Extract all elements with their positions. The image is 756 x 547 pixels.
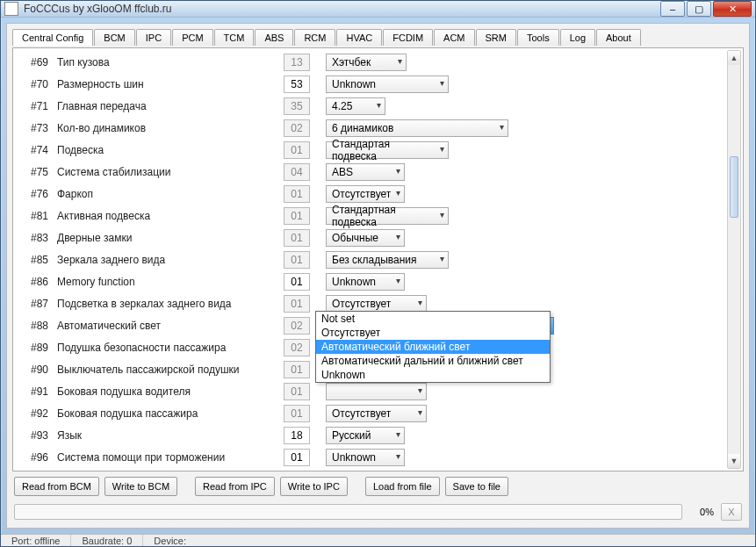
dropdown-item[interactable]: Unknown [316,368,550,382]
config-row: #91Боковая подушка водителя [17,381,727,401]
dropdown-item[interactable]: Автоматический дальний и ближний свет [316,354,550,368]
row-select[interactable]: Unknown [326,76,449,93]
row-select[interactable]: Обычные [326,229,405,247]
tab-ipc[interactable]: IPC [136,29,171,46]
row-value-input [284,405,310,422]
row-value-input [284,251,310,269]
tab-log[interactable]: Log [560,29,595,46]
statusbar: Port: offline Baudrate: 0 Device: [1,534,755,546]
tab-rcm[interactable]: RCM [294,29,335,46]
row-select[interactable]: Хэтчбек [326,54,407,71]
row-index: #87 [17,298,52,310]
row-select[interactable]: Без складывания [326,251,449,269]
row-select[interactable]: Отсутствует [326,295,427,313]
row-label: Система стабилизации [57,166,278,178]
row-label: Зеркала заднего вида [57,254,278,266]
tab-abs[interactable]: ABS [255,29,293,46]
row-value-input [284,185,310,203]
row-value-input [284,295,310,313]
cancel-progress-button[interactable]: X [721,503,742,521]
row-select[interactable]: ABS [326,163,405,181]
action-button-row: Read from BCM Write to BCM Read from IPC… [12,471,744,498]
row-index: #90 [17,363,52,376]
row-index: #81 [17,210,52,222]
row-value-input [284,97,310,115]
tab-bcm[interactable]: BCM [94,29,134,46]
tab-tools[interactable]: Tools [517,29,559,46]
row-value-input[interactable] [284,273,310,291]
row-index: #76 [17,188,52,200]
row-label: Автоматический свет [57,320,278,332]
dropdown-item[interactable]: Автоматический ближний свет [316,340,550,354]
read-from-bcm-button[interactable]: Read from BCM [14,477,99,496]
row-select[interactable]: Стандартная подвеска [326,207,449,225]
minimize-button[interactable]: – [660,1,685,17]
row-index: #69 [17,56,52,68]
row-select[interactable]: Русский [326,427,405,444]
save-to-file-button[interactable]: Save to file [445,477,508,496]
tabbar: Central ConfigBCMIPCPCMTCMABSRCMHVACFCDI… [12,29,744,46]
row-label: Подушка безопасности пассажира [57,342,278,354]
scroll-up-icon[interactable]: ▲ [728,51,740,65]
tab-pcm[interactable]: PCM [172,29,212,46]
row-select[interactable]: Unknown [326,449,405,466]
tab-about[interactable]: About [596,29,641,46]
row-value-input [284,339,310,356]
row-label: Дверные замки [57,232,278,244]
tab-fcdim[interactable]: FCDIM [383,29,433,46]
tab-tcm[interactable]: TCM [214,29,255,46]
scroll-thumb[interactable] [730,156,738,218]
titlebar: FoCCCus by xGlooOM ffclub.ru – ▢ ✕ [1,1,755,18]
window-title: FoCCCus by xGlooOM ffclub.ru [24,3,659,15]
row-select[interactable] [326,383,427,400]
close-button[interactable]: ✕ [713,1,752,17]
row-label: Язык [57,429,278,442]
row-value-input [284,54,310,71]
dropdown-popup[interactable]: Not setОтсутствуетАвтоматический ближний… [315,311,551,383]
load-from-file-button[interactable]: Load from file [365,477,440,496]
config-row: #83Дверные замкиОбычные [17,227,727,248]
config-row: #69Тип кузоваХэтчбек [17,52,727,72]
row-index: #92 [17,407,52,420]
row-label: Главная передача [57,100,278,112]
tab-central-config[interactable]: Central Config [12,29,93,46]
row-label: Выключатель пассажирской подушки [57,363,278,376]
dropdown-item[interactable]: Not set [316,312,550,326]
dropdown-item[interactable]: Отсутствует [316,326,550,340]
row-select[interactable]: Стандартая подвеска [326,141,449,159]
row-index: #86 [17,276,52,288]
tab-hvac[interactable]: HVAC [336,29,382,46]
scroll-down-icon[interactable]: ▼ [728,454,740,468]
config-row: #81Активная подвескаСтандартная подвеска [17,205,727,226]
row-select[interactable]: Отсутствует [326,405,427,422]
config-row: #96Система помощи при торможенииUnknown [17,447,727,467]
row-value-input [284,119,310,137]
config-row: #74ПодвескаСтандартая подвеска [17,140,727,160]
row-value-input[interactable] [284,427,310,444]
row-index: #74 [17,144,52,156]
status-device: Device: [143,535,197,546]
row-label: Активная подвеска [57,210,278,222]
row-select[interactable]: 6 динамиков [326,119,508,137]
tab-srm[interactable]: SRM [476,29,516,46]
row-value-input [284,207,310,225]
write-to-bcm-button[interactable]: Write to BCM [104,477,177,496]
config-row: #92Боковая подушка пассажираОтсутствует [17,403,727,423]
row-index: #88 [17,320,52,332]
row-index: #91 [17,385,52,398]
tab-acm[interactable]: ACM [434,29,474,46]
row-value-input [284,317,310,335]
row-select[interactable]: Unknown [326,273,405,291]
row-value-input[interactable] [284,449,310,466]
maximize-button[interactable]: ▢ [687,1,711,17]
read-from-ipc-button[interactable]: Read from IPC [195,477,275,496]
row-index: #71 [17,100,52,112]
vertical-scrollbar[interactable]: ▲ ▼ [727,50,741,469]
row-select[interactable]: 4.25 [326,97,385,115]
progress-bar [14,504,682,520]
config-row: #73Кол-во динамиков6 динамиков [17,118,727,138]
row-value-input[interactable] [284,76,310,93]
write-to-ipc-button[interactable]: Write to IPC [280,477,348,496]
row-select[interactable]: Отсутствует [326,185,405,203]
row-index: #89 [17,342,52,354]
